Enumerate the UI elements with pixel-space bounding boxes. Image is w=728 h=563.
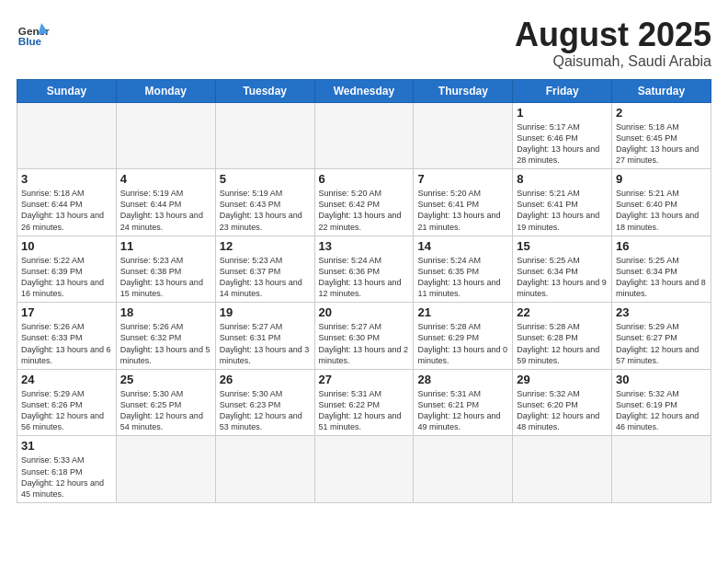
table-row [314, 436, 414, 503]
day-info: Sunrise: 5:24 AM Sunset: 6:35 PM Dayligh… [417, 255, 508, 300]
day-number: 23 [616, 305, 707, 319]
title-area: August 2025 Qaisumah, Saudi Arabia [515, 17, 711, 70]
table-row [215, 102, 314, 169]
day-info: Sunrise: 5:30 AM Sunset: 6:25 PM Dayligh… [120, 388, 211, 433]
day-number: 5 [220, 172, 311, 186]
table-row: 1Sunrise: 5:17 AM Sunset: 6:46 PM Daylig… [513, 102, 612, 169]
table-row: 17Sunrise: 5:26 AM Sunset: 6:33 PM Dayli… [17, 303, 117, 370]
table-row: 14Sunrise: 5:24 AM Sunset: 6:35 PM Dayli… [414, 236, 513, 303]
day-number: 24 [21, 373, 112, 386]
table-row: 19Sunrise: 5:27 AM Sunset: 6:31 PM Dayli… [215, 303, 314, 370]
table-row [414, 102, 513, 169]
table-row: 18Sunrise: 5:26 AM Sunset: 6:32 PM Dayli… [116, 303, 215, 370]
header-saturday: Saturday [612, 79, 711, 102]
table-row [215, 436, 314, 503]
day-number: 13 [319, 239, 410, 253]
svg-text:Blue: Blue [18, 35, 42, 47]
table-row: 12Sunrise: 5:23 AM Sunset: 6:37 PM Dayli… [215, 236, 314, 303]
day-number: 22 [517, 305, 608, 319]
day-info: Sunrise: 5:23 AM Sunset: 6:38 PM Dayligh… [120, 255, 211, 300]
header-monday: Monday [116, 79, 215, 102]
day-number: 16 [616, 239, 707, 253]
table-row: 9Sunrise: 5:21 AM Sunset: 6:40 PM Daylig… [612, 169, 711, 236]
table-row: 13Sunrise: 5:24 AM Sunset: 6:36 PM Dayli… [314, 236, 414, 303]
day-info: Sunrise: 5:18 AM Sunset: 6:44 PM Dayligh… [21, 188, 112, 233]
day-info: Sunrise: 5:21 AM Sunset: 6:40 PM Dayligh… [616, 188, 707, 233]
table-row: 16Sunrise: 5:25 AM Sunset: 6:34 PM Dayli… [612, 236, 711, 303]
header-sunday: Sunday [17, 79, 117, 102]
day-info: Sunrise: 5:32 AM Sunset: 6:20 PM Dayligh… [517, 388, 608, 433]
logo: General Blue [17, 17, 50, 50]
day-number: 20 [319, 305, 410, 319]
table-row: 23Sunrise: 5:29 AM Sunset: 6:27 PM Dayli… [612, 303, 711, 370]
day-number: 15 [517, 239, 608, 253]
day-number: 12 [220, 239, 311, 253]
day-number: 14 [417, 239, 508, 253]
table-row: 25Sunrise: 5:30 AM Sunset: 6:25 PM Dayli… [116, 369, 215, 436]
day-info: Sunrise: 5:18 AM Sunset: 6:45 PM Dayligh… [616, 121, 707, 167]
day-info: Sunrise: 5:31 AM Sunset: 6:22 PM Dayligh… [319, 388, 410, 433]
day-info: Sunrise: 5:20 AM Sunset: 6:41 PM Dayligh… [417, 188, 508, 233]
table-row: 3Sunrise: 5:18 AM Sunset: 6:44 PM Daylig… [17, 169, 117, 236]
table-row: 27Sunrise: 5:31 AM Sunset: 6:22 PM Dayli… [314, 369, 414, 436]
table-row: 24Sunrise: 5:29 AM Sunset: 6:26 PM Dayli… [17, 369, 117, 436]
day-number: 27 [319, 373, 410, 386]
day-info: Sunrise: 5:27 AM Sunset: 6:31 PM Dayligh… [220, 321, 311, 366]
day-info: Sunrise: 5:33 AM Sunset: 6:18 PM Dayligh… [21, 454, 112, 500]
table-row: 30Sunrise: 5:32 AM Sunset: 6:19 PM Dayli… [612, 369, 711, 436]
day-number: 2 [616, 106, 707, 120]
day-info: Sunrise: 5:19 AM Sunset: 6:43 PM Dayligh… [220, 188, 311, 233]
weekday-header-row: Sunday Monday Tuesday Wednesday Thursday… [17, 79, 711, 102]
day-info: Sunrise: 5:21 AM Sunset: 6:41 PM Dayligh… [517, 188, 608, 233]
day-info: Sunrise: 5:31 AM Sunset: 6:21 PM Dayligh… [417, 388, 508, 433]
day-number: 31 [21, 439, 112, 453]
day-number: 4 [120, 172, 211, 186]
day-number: 28 [417, 373, 508, 386]
day-info: Sunrise: 5:28 AM Sunset: 6:28 PM Dayligh… [517, 321, 608, 366]
day-info: Sunrise: 5:24 AM Sunset: 6:36 PM Dayligh… [319, 255, 410, 300]
table-row: 7Sunrise: 5:20 AM Sunset: 6:41 PM Daylig… [414, 169, 513, 236]
day-number: 19 [220, 305, 311, 319]
page: General Blue August 2025 Qaisumah, Saudi… [0, 0, 728, 512]
day-number: 10 [21, 239, 112, 253]
table-row: 29Sunrise: 5:32 AM Sunset: 6:20 PM Dayli… [513, 369, 612, 436]
day-info: Sunrise: 5:25 AM Sunset: 6:34 PM Dayligh… [517, 255, 608, 300]
day-number: 30 [616, 373, 707, 386]
table-row: 8Sunrise: 5:21 AM Sunset: 6:41 PM Daylig… [513, 169, 612, 236]
table-row: 28Sunrise: 5:31 AM Sunset: 6:21 PM Dayli… [414, 369, 513, 436]
table-row: 2Sunrise: 5:18 AM Sunset: 6:45 PM Daylig… [612, 102, 711, 169]
table-row: 22Sunrise: 5:28 AM Sunset: 6:28 PM Dayli… [513, 303, 612, 370]
table-row [17, 102, 117, 169]
day-info: Sunrise: 5:29 AM Sunset: 6:27 PM Dayligh… [616, 321, 707, 366]
day-number: 6 [319, 172, 410, 186]
day-number: 8 [517, 172, 608, 186]
table-row: 26Sunrise: 5:30 AM Sunset: 6:23 PM Dayli… [215, 369, 314, 436]
header-thursday: Thursday [414, 79, 513, 102]
table-row [116, 436, 215, 503]
day-number: 18 [120, 305, 211, 319]
header-friday: Friday [513, 79, 612, 102]
day-info: Sunrise: 5:23 AM Sunset: 6:37 PM Dayligh… [220, 255, 311, 300]
day-number: 11 [120, 239, 211, 253]
table-row: 10Sunrise: 5:22 AM Sunset: 6:39 PM Dayli… [17, 236, 117, 303]
day-info: Sunrise: 5:26 AM Sunset: 6:33 PM Dayligh… [21, 321, 112, 366]
table-row: 11Sunrise: 5:23 AM Sunset: 6:38 PM Dayli… [116, 236, 215, 303]
table-row [116, 102, 215, 169]
table-row: 5Sunrise: 5:19 AM Sunset: 6:43 PM Daylig… [215, 169, 314, 236]
day-info: Sunrise: 5:27 AM Sunset: 6:30 PM Dayligh… [319, 321, 410, 366]
table-row: 20Sunrise: 5:27 AM Sunset: 6:30 PM Dayli… [314, 303, 414, 370]
table-row [414, 436, 513, 503]
day-info: Sunrise: 5:28 AM Sunset: 6:29 PM Dayligh… [417, 321, 508, 366]
day-info: Sunrise: 5:17 AM Sunset: 6:46 PM Dayligh… [517, 121, 608, 167]
header-wednesday: Wednesday [314, 79, 414, 102]
table-row [513, 436, 612, 503]
header-tuesday: Tuesday [215, 79, 314, 102]
day-number: 29 [517, 373, 608, 386]
day-info: Sunrise: 5:32 AM Sunset: 6:19 PM Dayligh… [616, 388, 707, 433]
header: General Blue August 2025 Qaisumah, Saudi… [17, 17, 711, 70]
day-number: 3 [21, 172, 112, 186]
day-number: 17 [21, 305, 112, 319]
day-number: 21 [417, 305, 508, 319]
logo-icon: General Blue [17, 17, 50, 50]
month-title: August 2025 [515, 17, 711, 53]
